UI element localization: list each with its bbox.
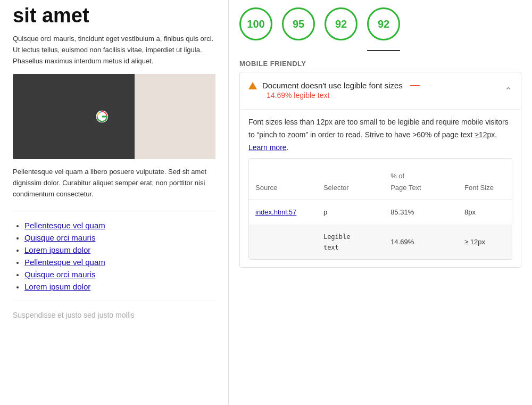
- cell-selector-2: Legibletext: [317, 225, 384, 259]
- link-list: Pellentesque vel quam Quisque orci mauri…: [13, 221, 215, 291]
- article-heading: sit amet: [13, 0, 215, 34]
- list-link-4[interactable]: Pellentesque vel quam: [24, 258, 105, 267]
- col-header-selector: Selector: [317, 165, 384, 200]
- table-wrapper: Source Selector % ofPage Text Font Size …: [248, 158, 512, 260]
- score-tab-3[interactable]: 92: [325, 7, 358, 51]
- divider-2: [13, 301, 215, 301]
- cell-selector-1: p: [317, 200, 384, 225]
- audit-dash: —: [410, 80, 420, 91]
- image-bg-light: [135, 74, 215, 159]
- svg-rect-2: [102, 116, 106, 118]
- warning-icon: [248, 82, 257, 89]
- learn-more-link[interactable]: Learn more: [248, 143, 287, 152]
- score-circle-3: 92: [325, 7, 358, 40]
- list-link-6[interactable]: Lorem ipsum dolor: [24, 282, 90, 291]
- score-tab-4[interactable]: 92: [367, 7, 400, 51]
- article-body-text: Pellentesque vel quam a libero posuere v…: [13, 167, 215, 200]
- google-logo-icon: G: [96, 98, 133, 135]
- cell-source-2: [249, 225, 317, 259]
- audit-header[interactable]: Document doesn't use legible font sizes …: [240, 72, 521, 109]
- score-tab-1[interactable]: 100: [239, 7, 272, 51]
- footer-text: Suspendisse et justo sed justo mollis: [13, 311, 215, 319]
- list-item: Quisque orci mauris: [24, 270, 215, 279]
- section-header: MOBILE FRIENDLY: [229, 51, 532, 72]
- table-row: index.html:57 p 85.31% 8px: [249, 200, 512, 225]
- list-link-3[interactable]: Lorem ipsum dolor: [24, 245, 90, 254]
- audit-item: Document doesn't use legible font sizes …: [239, 72, 521, 268]
- right-panel: 100 95 92 92 MOBILE FRIENDLY Document do…: [229, 0, 532, 405]
- score-circle-2: 95: [282, 7, 315, 40]
- col-header-source: Source: [249, 165, 317, 200]
- col-header-fontsize: Font Size: [458, 165, 512, 200]
- description-text-1: Font sizes less than 12px are too small …: [248, 118, 509, 139]
- table-row: Legibletext 14.69% ≥ 12px: [249, 225, 512, 259]
- col-header-pct: % ofPage Text: [384, 165, 458, 200]
- list-item: Lorem ipsum dolor: [24, 245, 215, 254]
- data-table: Source Selector % ofPage Text Font Size …: [249, 165, 512, 259]
- cell-fontsize-1: 8px: [458, 200, 512, 225]
- divider-1: [13, 211, 215, 211]
- list-item: Pellentesque vel quam: [24, 221, 215, 230]
- cell-pct-1: 85.31%: [384, 200, 458, 225]
- article-image: G: [13, 74, 215, 159]
- list-link-5[interactable]: Quisque orci mauris: [24, 270, 95, 279]
- audit-title: Document doesn't use legible font sizes: [262, 81, 403, 90]
- description-period: .: [287, 143, 289, 152]
- list-link-2[interactable]: Quisque orci mauris: [24, 233, 95, 242]
- list-item: Lorem ipsum dolor: [24, 282, 215, 291]
- cell-pct-2: 14.69%: [384, 225, 458, 259]
- audit-title-row: Document doesn't use legible font sizes …: [248, 80, 420, 91]
- audit-subtitle: 14.69% legible text: [267, 91, 420, 102]
- intro-text: Quisque orci mauris, tincidunt eget vest…: [13, 34, 215, 67]
- score-tab-2[interactable]: 95: [282, 7, 315, 51]
- list-link-1[interactable]: Pellentesque vel quam: [24, 221, 105, 230]
- score-circle-1: 100: [239, 7, 272, 40]
- audit-description: Font sizes less than 12px are too small …: [240, 109, 521, 267]
- cell-source-1: index.html:57: [249, 200, 317, 225]
- list-item: Pellentesque vel quam: [24, 258, 215, 267]
- source-link-1[interactable]: index.html:57: [255, 208, 296, 216]
- left-panel: sit amet Quisque orci mauris, tincidunt …: [0, 0, 229, 405]
- score-tab-row: 100 95 92 92: [229, 0, 532, 51]
- score-circle-4: 92: [367, 7, 400, 40]
- chevron-up-icon[interactable]: ⌃: [504, 85, 512, 97]
- list-item: Quisque orci mauris: [24, 233, 215, 242]
- svg-text:G: G: [99, 112, 104, 119]
- cell-fontsize-2: ≥ 12px: [458, 225, 512, 259]
